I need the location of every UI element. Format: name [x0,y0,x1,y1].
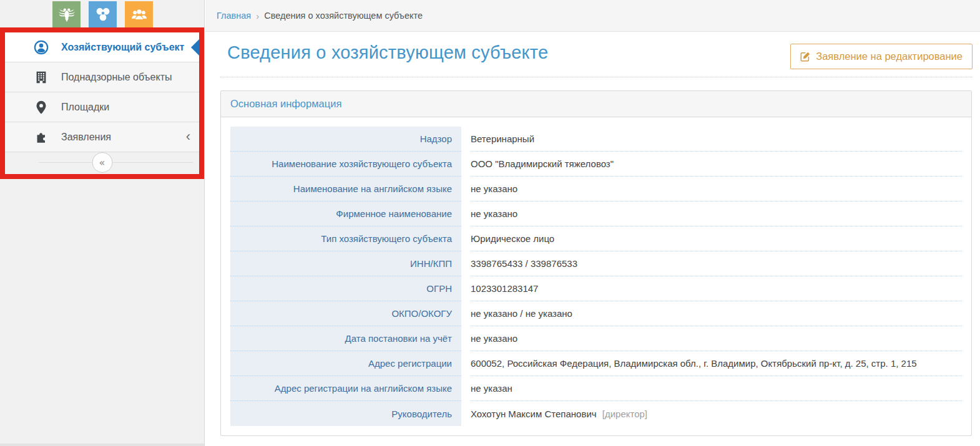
sidebar-item-2[interactable]: Поднадзорные объекты [5,62,199,92]
row-label: ИНН/КПП [230,251,461,276]
sidebar-item-label: Хозяйствующий субъект [61,42,184,53]
info-table-row: ОКПО/ОКОГУ не указано / не указано [230,301,962,326]
sidebar-item-3[interactable]: Площадки [5,92,199,122]
info-table: Надзор Ветеринарный Наименование хозяйст… [230,127,962,426]
row-gap [461,177,471,201]
row-gap [461,401,471,426]
sidebar-item-label: Поднадзорные объекты [61,72,172,83]
puzzle-icon [34,130,49,145]
row-gap [461,326,471,351]
sidebar-menu-items: Хозяйствующий субъект Поднадзорные объек… [5,32,199,152]
sidebar-collapse-button[interactable]: « [92,152,112,173]
user-circle-icon [34,40,49,55]
breadcrumb-home-link[interactable]: Главная [217,11,251,21]
breadcrumb-current: Сведения о хозяйствующем субъекте [264,11,423,21]
sidebar-collapse-row: « [5,152,199,172]
edit-button-label: Заявление на редактирование [816,51,963,62]
row-label: ОГРН [230,276,461,301]
info-table-row: Руководитель Хохотун Максим Степанович [… [230,401,962,426]
row-value: Ветеринарный [471,133,534,144]
row-label: Адрес регистрации на английском языке [230,376,461,401]
logo-row [52,1,153,29]
sidebar-menu: Хозяйствующий субъект Поднадзорные объек… [5,32,199,172]
app-root: Хозяйствующий субъект Поднадзорные объек… [0,0,980,446]
row-label: Фирменное наименование [230,201,461,226]
sidebar-item-label: Заявления [61,132,111,143]
breadcrumb: Главная › Сведения о хозяйствующем субъе… [205,0,980,32]
map-marker-icon [34,100,49,115]
row-label: Руководитель [230,401,461,426]
row-value: Хохотун Максим Степанович [471,409,597,419]
row-label: Дата постановки на учёт [230,326,461,351]
row-value: 1023301283147 [471,283,538,294]
row-value: не указано / не указано [471,308,572,319]
cerber-trefoil-icon [94,6,112,24]
main-info-panel: Основная информация Надзор Ветеринарный … [220,90,972,436]
rosselkhoznadzor-eagle-button[interactable] [52,1,81,29]
rosselkhoznadzor-eagle-icon [57,6,76,24]
info-table-row: Наименование на английском языке не указ… [230,177,962,201]
info-table-row: Тип хозяйствующего субъекта Юридическое … [230,226,962,251]
row-value: не указан [471,383,512,394]
row-value: не указано [471,208,517,219]
row-gap [461,351,471,376]
info-table-row: ИНН/КПП 3398765433 / 339876533 [230,251,962,276]
row-value: ООО "Владимирский тяжеловоз" [471,158,614,169]
row-label: Адрес регистрации [230,351,461,376]
row-gap [461,201,471,226]
divider [220,77,972,77]
breadcrumb-separator: › [256,11,259,21]
row-gap [461,127,471,152]
row-gap [461,226,471,251]
building-icon [34,70,49,85]
edit-application-button[interactable]: Заявление на редактирование [790,44,973,69]
info-table-row: ОГРН 1023301283147 [230,276,962,301]
users-group-icon [130,6,149,24]
info-table-row: Наименование хозяйствующего субъекта ООО… [230,152,962,177]
sidebar-item-4[interactable]: Заявления ‹ [5,122,199,152]
row-gap [461,276,471,301]
row-value: 600052, Российская Федерация, Владимирск… [471,358,917,369]
row-label: Надзор [230,127,461,152]
row-gap [461,376,471,401]
info-table-row: Адрес регистрации на английском языке не… [230,376,962,401]
sidebar: Хозяйствующий субъект Поднадзорные объек… [0,0,205,446]
row-value: не указано [471,183,517,194]
row-label: Наименование хозяйствующего субъекта [230,152,461,177]
submenu-chevron-icon: ‹ [186,130,190,143]
panel-body: Надзор Ветеринарный Наименование хозяйст… [221,117,971,435]
main-content: Сведения о хозяйствующем субъекте Заявле… [205,32,980,446]
info-table-row: Адрес регистрации 600052, Российская Фед… [230,351,962,376]
cerber-trefoil-button[interactable] [89,1,117,29]
row-gap [461,251,471,276]
row-label: ОКПО/ОКОГУ [230,301,461,326]
row-label: Тип хозяйствующего субъекта [230,226,461,251]
users-group-button[interactable] [125,1,153,29]
sidebar-item-1[interactable]: Хозяйствующий субъект [5,32,199,62]
row-value: не указано [471,333,517,344]
row-value-note: [директор] [602,409,647,419]
page-title: Сведения о хозяйствующем субъекте [227,42,548,63]
divider [39,162,193,163]
info-table-row: Дата постановки на учёт не указано [230,326,962,351]
row-label: Наименование на английском языке [230,177,461,201]
active-marker-icon [191,39,199,56]
row-value: 3398765433 / 339876533 [471,258,577,269]
row-gap [461,152,471,177]
pencil-square-icon [800,51,811,62]
row-gap [461,301,471,326]
row-value: Юридическое лицо [471,233,554,244]
info-table-row: Надзор Ветеринарный [230,127,962,152]
panel-title: Основная информация [221,91,971,117]
info-table-row: Фирменное наименование не указано [230,201,962,226]
sidebar-item-label: Площадки [61,102,109,113]
page-header: Сведения о хозяйствующем субъекте Заявле… [205,32,980,77]
